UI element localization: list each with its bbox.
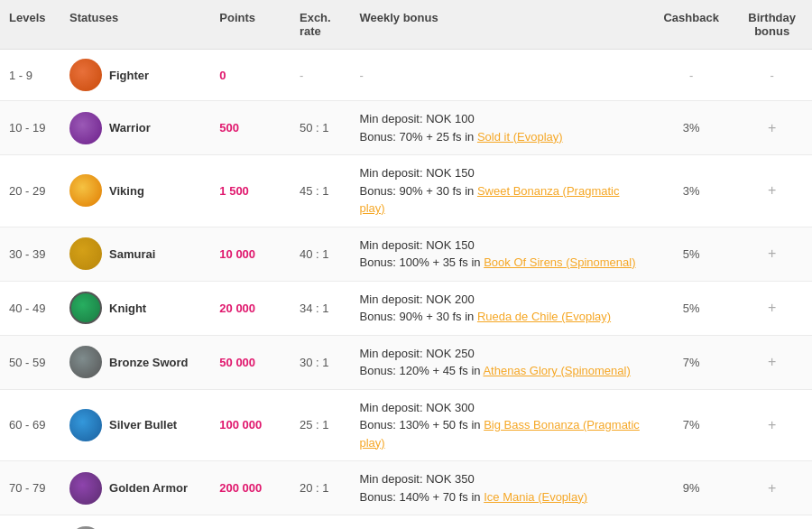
cell-points: 500 000: [210, 515, 291, 530]
bonus-deposit-line: Min deposit: NOK 100: [359, 110, 641, 128]
cell-cashback: 9%: [651, 461, 732, 515]
bonus-description-line: Bonus: 90% + 30 fs in Sweet Bonanza (Pra…: [359, 182, 641, 218]
cell-birthday-bonus: +: [732, 515, 812, 530]
table-row: 50 - 59Bronze Sword50 00030 : 1Min depos…: [0, 335, 812, 389]
cell-birthday-bonus: +: [732, 155, 812, 227]
cell-levels: 30 - 39: [0, 227, 60, 281]
table-row: 10 - 19Warrior50050 : 1Min deposit: NOK …: [0, 101, 812, 155]
cell-status: Samurai: [60, 227, 210, 281]
avatar: [69, 292, 102, 324]
cell-cashback: 7%: [651, 389, 732, 461]
cell-levels: 20 - 29: [0, 155, 60, 227]
cell-weekly-bonus: Min deposit: NOK 400Bonus: 150% + 90 fs …: [350, 515, 651, 530]
cell-weekly-bonus: Min deposit: NOK 300Bonus: 130% + 50 fs …: [350, 389, 651, 461]
bonus-game-link[interactable]: Ice Mania (Evoplay): [484, 490, 587, 504]
status-label: Bronze Sword: [109, 356, 188, 369]
bonus-deposit-line: Min deposit: NOK 250: [359, 345, 641, 363]
cell-points: 0: [210, 50, 291, 101]
cell-exch-rate: 25 : 1: [291, 389, 351, 461]
avatar: [69, 112, 102, 144]
table-row: 1 - 9Fighter0----: [0, 50, 812, 101]
cell-points: 200 000: [210, 461, 291, 515]
loyalty-table: Levels Statuses Points Exch. rate Weekly…: [0, 0, 812, 529]
bonus-deposit-line: Min deposit: NOK 400: [359, 524, 641, 529]
cell-weekly-bonus: Min deposit: NOK 100Bonus: 70% + 25 fs i…: [350, 101, 651, 155]
cell-status: Fighter: [60, 50, 210, 101]
cell-levels: 40 - 49: [0, 281, 60, 335]
table-row: 60 - 69Silver Bullet100 00025 : 1Min dep…: [0, 389, 812, 461]
cell-exch-rate: 34 : 1: [291, 281, 351, 335]
cell-exch-rate: -: [291, 50, 351, 101]
bonus-deposit-line: Min deposit: NOK 300: [359, 399, 641, 417]
cell-weekly-bonus: Min deposit: NOK 250Bonus: 120% + 45 fs …: [350, 335, 651, 389]
cell-exch-rate: 40 : 1: [291, 227, 351, 281]
cell-cashback: -: [651, 50, 732, 101]
status-label: Golden Armor: [109, 481, 188, 495]
cell-exch-rate: 45 : 1: [291, 155, 351, 227]
bonus-game-link[interactable]: Athenas Glory (Spinomenal): [483, 364, 630, 377]
cell-points: 1 500: [210, 155, 291, 227]
table-header: Levels Statuses Points Exch. rate Weekly…: [0, 0, 812, 50]
col-cashback: Cashback: [651, 0, 732, 50]
cell-weekly-bonus: Min deposit: NOK 150Bonus: 90% + 30 fs i…: [350, 155, 651, 227]
bonus-game-link[interactable]: Sold it (Evoplay): [477, 130, 563, 144]
bonus-game-link[interactable]: Sweet Bonanza (Pragmatic play): [359, 184, 619, 216]
cell-levels: 80 - 89: [0, 515, 60, 530]
bonus-description-line: Bonus: 130% + 50 fs in Big Bass Bonanza …: [359, 416, 641, 451]
col-exch-rate: Exch. rate: [291, 0, 351, 50]
cell-status: Knight: [60, 281, 210, 335]
cell-points: 500: [210, 101, 291, 155]
status-label: Knight: [109, 302, 146, 315]
bonus-game-link[interactable]: Rueda de Chile (Evoplay): [477, 310, 611, 323]
bonus-game-link[interactable]: Big Bass Bonanza (Pragmatic play): [359, 418, 639, 450]
cell-birthday-bonus: +: [732, 227, 812, 281]
cell-birthday-bonus: +: [732, 461, 812, 515]
col-weekly-bonus: Weekly bonus: [350, 0, 651, 50]
cell-levels: 50 - 59: [0, 335, 60, 389]
cell-status: Platinum Blade: [60, 515, 210, 530]
status-label: Warrior: [109, 121, 151, 135]
status-label: Samurai: [109, 247, 155, 261]
avatar: [69, 472, 102, 505]
bonus-deposit-line: Min deposit: NOK 350: [359, 470, 641, 488]
cell-exch-rate: 20 : 1: [291, 461, 351, 515]
cell-cashback: 3%: [651, 101, 732, 155]
table-row: 40 - 49Knight20 00034 : 1Min deposit: NO…: [0, 281, 812, 335]
status-label: Viking: [109, 184, 144, 198]
bonus-deposit-line: Min deposit: NOK 200: [359, 291, 641, 309]
table-row: 30 - 39Samurai10 00040 : 1Min deposit: N…: [0, 227, 812, 281]
col-levels: Levels: [0, 0, 60, 50]
bonus-description-line: Bonus: 70% + 25 fs in Sold it (Evoplay): [359, 128, 641, 146]
bonus-deposit-line: Min deposit: NOK 150: [359, 237, 641, 255]
avatar: [69, 174, 102, 207]
table-row: 20 - 29Viking1 50045 : 1Min deposit: NOK…: [0, 155, 812, 227]
status-label: Silver Bullet: [109, 418, 177, 432]
cell-cashback: 3%: [651, 155, 732, 227]
cell-weekly-bonus: Min deposit: NOK 150Bonus: 100% + 35 fs …: [350, 227, 651, 281]
cell-cashback: 5%: [651, 227, 732, 281]
cell-levels: 10 - 19: [0, 101, 60, 155]
cell-status: Viking: [60, 155, 210, 227]
cell-levels: 1 - 9: [0, 50, 60, 101]
bonus-description-line: Bonus: 100% + 35 fs in Book Of Sirens (S…: [359, 254, 641, 272]
table-row: 80 - 89Platinum Blade500 00014 : 1Min de…: [0, 515, 812, 530]
cell-birthday-bonus: +: [732, 101, 812, 155]
cell-exch-rate: 14 : 1: [291, 515, 351, 530]
cell-weekly-bonus: Min deposit: NOK 200Bonus: 90% + 30 fs i…: [350, 281, 651, 335]
cell-birthday-bonus: +: [732, 281, 812, 335]
cell-birthday-bonus: +: [732, 335, 812, 389]
cell-cashback: 5%: [651, 281, 732, 335]
cell-status: Bronze Sword: [60, 335, 210, 389]
cell-cashback: 9%: [651, 515, 732, 530]
cell-cashback: 7%: [651, 335, 732, 389]
bonus-deposit-line: Min deposit: NOK 150: [359, 164, 641, 182]
cell-birthday-bonus: +: [732, 389, 812, 461]
col-birthday-bonus: Birthday bonus: [732, 0, 812, 50]
status-label: Fighter: [109, 69, 149, 82]
table-row: 70 - 79Golden Armor200 00020 : 1Min depo…: [0, 461, 812, 515]
cell-weekly-bonus: -: [350, 50, 651, 101]
bonus-game-link[interactable]: Book Of Sirens (Spinomenal): [484, 255, 635, 269]
avatar: [69, 346, 102, 378]
cell-weekly-bonus: Min deposit: NOK 350Bonus: 140% + 70 fs …: [350, 461, 651, 515]
bonus-description-line: Bonus: 120% + 45 fs in Athenas Glory (Sp…: [359, 362, 641, 380]
